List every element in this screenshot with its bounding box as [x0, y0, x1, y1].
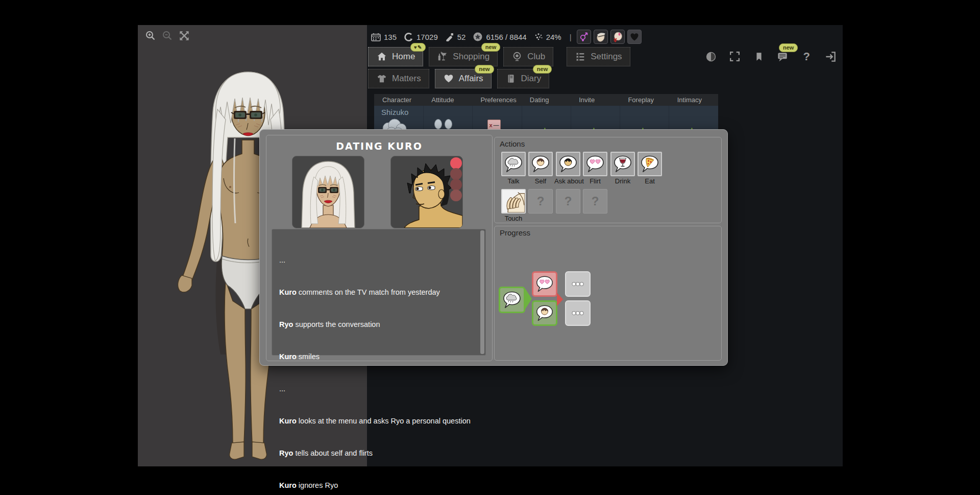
- action-drink-button[interactable]: [610, 152, 635, 176]
- action-talk-label: Talk: [500, 177, 527, 185]
- stat-influence-value: 24%: [546, 33, 561, 41]
- utility-icons: new ?: [704, 47, 838, 66]
- action-self-label: Self: [527, 177, 554, 185]
- home-notification-badge: ♥✎: [410, 43, 426, 52]
- log-scrollbar[interactable]: [480, 230, 484, 354]
- player-portrait: [292, 156, 364, 228]
- game-screen: 135 17029 52 6156 / 8844 24%: [0, 0, 980, 495]
- table-header: Character Attitude Preferences Dating In…: [374, 94, 718, 106]
- gender-symbol-icon[interactable]: [577, 30, 591, 44]
- favor-star-icon: [473, 32, 483, 42]
- influence-dots-icon: [534, 33, 543, 41]
- stat-credits: 17029: [404, 32, 438, 42]
- tab-settings[interactable]: Settings: [567, 47, 630, 66]
- preferences-indicator: x—: [487, 120, 501, 130]
- bookmark-icon[interactable]: [752, 50, 766, 64]
- contrast-icon[interactable]: [704, 50, 718, 64]
- help-icon[interactable]: ?: [799, 50, 814, 64]
- progress-node-unknown: [565, 271, 591, 297]
- action-flirt-button[interactable]: [583, 152, 607, 176]
- zoom-in-icon[interactable]: [144, 29, 157, 42]
- webcam-icon: [511, 51, 523, 62]
- action-touch-label: Touch: [500, 215, 527, 222]
- stats-separator: |: [570, 33, 572, 41]
- tab-home[interactable]: Home ♥✎: [368, 47, 423, 66]
- stat-calls: 52: [445, 32, 466, 41]
- action-talk-button[interactable]: [501, 152, 526, 176]
- col-dating: Dating: [522, 96, 571, 104]
- tab-home-label: Home: [392, 52, 415, 62]
- tab-shopping[interactable]: Shopping new: [429, 47, 498, 66]
- heart-icon: [443, 73, 454, 84]
- checklist-icon: [575, 51, 586, 62]
- actions-title: Actions: [500, 139, 525, 148]
- actions-panel: Actions Talk Self Ask about Flirt Drink: [494, 137, 722, 223]
- action-touch-button[interactable]: [501, 189, 526, 214]
- tab-matters-label: Matters: [392, 74, 421, 84]
- fullscreen-icon[interactable]: [728, 50, 742, 64]
- progress-arrow-red: [557, 293, 563, 306]
- interest-dot-filled: [450, 157, 462, 169]
- col-foreplay: Foreplay: [620, 96, 669, 104]
- dialog-left-panel: DATING KURO: [266, 135, 493, 361]
- attitude-indicator: [434, 119, 452, 129]
- stats-bar: 135 17029 52 6156 / 8844 24%: [367, 28, 847, 45]
- col-character: Character: [374, 96, 423, 104]
- dialog-title: DATING KURO: [266, 140, 492, 152]
- diary-new-badge: new: [533, 65, 552, 74]
- action-locked-button[interactable]: ?: [556, 189, 580, 214]
- stat-credits-value: 17029: [416, 33, 438, 41]
- action-ask-about-label: Ask about: [554, 177, 582, 185]
- action-self-button[interactable]: [528, 152, 553, 176]
- col-attitude: Attitude: [423, 96, 472, 104]
- messages-icon[interactable]: new: [775, 50, 790, 64]
- stat-influence: 24%: [534, 33, 561, 41]
- stat-favor: 6156 / 8844: [473, 32, 526, 42]
- black-heart-icon[interactable]: [627, 30, 642, 44]
- tab-club[interactable]: Club: [503, 47, 553, 66]
- messages-new-badge: new: [779, 43, 798, 52]
- action-locked-button[interactable]: ?: [528, 189, 553, 214]
- action-drink-label: Drink: [609, 177, 636, 185]
- affairs-new-badge: new: [475, 65, 494, 74]
- tab-matters[interactable]: Matters: [368, 69, 429, 88]
- tab-affairs-label: Affairs: [459, 74, 483, 84]
- tshirt-icon: [376, 73, 387, 84]
- action-eat-label: Eat: [636, 177, 664, 185]
- viewer-toolbar: [144, 29, 191, 42]
- stat-days: 135: [371, 33, 397, 41]
- col-preferences: Preferences: [473, 96, 522, 104]
- interest-meter: [450, 157, 462, 200]
- interest-dot-empty: [450, 179, 462, 191]
- tab-diary-label: Diary: [521, 74, 542, 84]
- partner-face-icon[interactable]: [594, 30, 608, 44]
- interest-dot-empty: [450, 168, 462, 180]
- progress-node-talk-done: [499, 287, 525, 313]
- shopping-new-badge: new: [481, 43, 500, 52]
- book-icon: [505, 73, 517, 84]
- tab-settings-label: Settings: [591, 52, 622, 62]
- action-flirt-label: Flirt: [581, 177, 609, 185]
- partner-flirt-face-icon[interactable]: [610, 30, 625, 44]
- progress-node-self-done: [532, 300, 557, 326]
- tab-club-label: Club: [527, 52, 545, 62]
- progress-title: Progress: [500, 228, 530, 237]
- tab-diary[interactable]: Diary new: [497, 69, 550, 88]
- expand-icon[interactable]: [178, 29, 191, 42]
- nav-row-1: Home ♥✎ Shopping new Club Settings: [368, 47, 630, 66]
- tab-affairs[interactable]: Affairs new: [435, 69, 492, 88]
- interest-dot-empty: [450, 190, 462, 201]
- progress-node-unknown: [565, 300, 591, 326]
- exit-icon[interactable]: [823, 50, 838, 64]
- house-icon: [376, 51, 387, 62]
- stat-calls-value: 52: [457, 33, 466, 41]
- action-ask-about-button[interactable]: [556, 152, 580, 176]
- action-locked-button[interactable]: ?: [583, 189, 607, 214]
- tab-shopping-label: Shopping: [453, 52, 489, 62]
- action-eat-button[interactable]: [638, 152, 662, 176]
- progress-arrow-green: [525, 289, 532, 309]
- nav-row-2: Matters Affairs new Diary new: [368, 69, 549, 88]
- col-intimacy: Intimacy: [669, 96, 718, 104]
- zoom-out-icon[interactable]: [161, 29, 174, 42]
- cocktail-icon: [437, 51, 448, 62]
